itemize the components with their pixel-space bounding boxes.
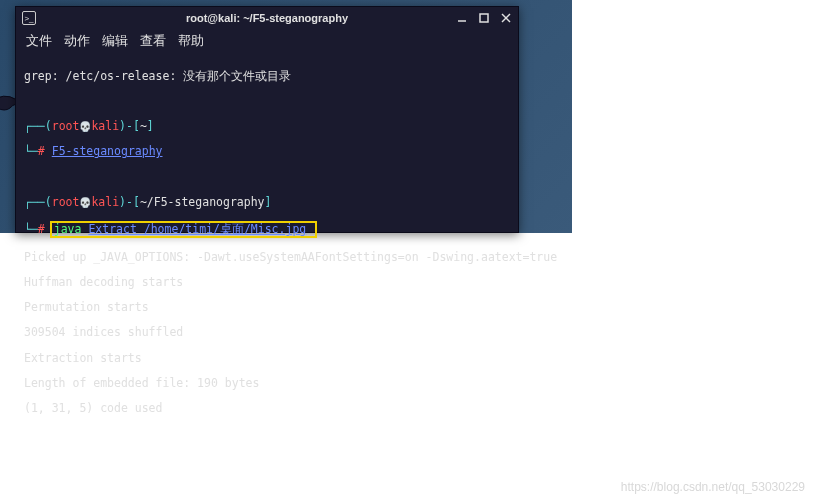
highlighted-command: java Extract /home/timi/桌面/Misc.jpg <box>50 221 317 238</box>
output-line: grep: /etc/os-release: 没有那个文件或目录 <box>24 70 510 83</box>
menubar: 文件 动作 编辑 查看 帮助 <box>16 29 518 53</box>
close-button[interactable] <box>500 12 512 24</box>
command-line: └─# F5-steganography <box>24 145 510 158</box>
minimize-button[interactable] <box>456 12 468 24</box>
window-title: root@kali: ~/F5-steganography <box>186 12 348 24</box>
prompt-line: ┌──(root💀kali)-[~/F5-steganography] <box>24 196 510 209</box>
terminal-window: >_ root@kali: ~/F5-steganography 文件 动作 编… <box>15 6 519 233</box>
output-line: Picked up _JAVA_OPTIONS: -Dawt.useSystem… <box>24 251 510 264</box>
maximize-button[interactable] <box>478 12 490 24</box>
output-line: (1, 31, 5) code used <box>24 402 510 415</box>
titlebar: >_ root@kali: ~/F5-steganography <box>16 7 518 29</box>
blank-line <box>24 95 510 108</box>
menu-help[interactable]: 帮助 <box>178 32 204 50</box>
terminal-app-icon: >_ <box>22 11 36 25</box>
command-text: F5-steganography <box>52 144 163 158</box>
svg-rect-1 <box>480 14 488 22</box>
command-line-highlighted: └─# java Extract /home/timi/桌面/Misc.jpg <box>24 221 510 238</box>
menu-edit[interactable]: 编辑 <box>102 32 128 50</box>
output-line: 309504 indices shuffled <box>24 326 510 339</box>
prompt-line: ┌──(root💀kali)-[~] <box>24 120 510 133</box>
watermark-text: https://blog.csdn.net/qq_53030229 <box>621 480 805 494</box>
output-line: Huffman decoding starts <box>24 276 510 289</box>
blank-line <box>24 171 510 184</box>
output-line: Length of embedded file: 190 bytes <box>24 377 510 390</box>
menu-file[interactable]: 文件 <box>26 32 52 50</box>
output-line: Permutation starts <box>24 301 510 314</box>
output-line: Extraction starts <box>24 352 510 365</box>
menu-view[interactable]: 查看 <box>140 32 166 50</box>
menu-action[interactable]: 动作 <box>64 32 90 50</box>
terminal-output[interactable]: grep: /etc/os-release: 没有那个文件或目录 ┌──(roo… <box>16 53 518 444</box>
